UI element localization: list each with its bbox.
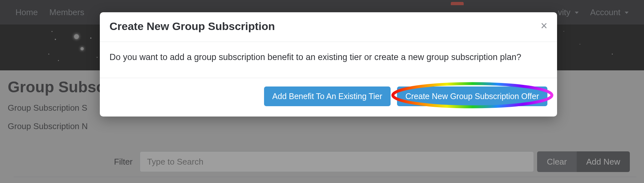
modal-body-text: Do you want to add a group subscription … — [109, 51, 547, 64]
modal-body: Do you want to add a group subscription … — [100, 42, 557, 78]
modal-header: Create New Group Subscription × — [100, 12, 557, 42]
close-button[interactable]: × — [541, 20, 547, 32]
modal-footer: Add Benefit To An Existing Tier Create N… — [100, 78, 557, 117]
close-icon: × — [541, 19, 547, 32]
create-subscription-modal: Create New Group Subscription × Do you w… — [100, 12, 557, 117]
add-benefit-existing-tier-button[interactable]: Add Benefit To An Existing Tier — [264, 86, 391, 106]
create-new-group-subscription-offer-button[interactable]: Create New Group Subscription Offer — [397, 86, 547, 106]
modal-title: Create New Group Subscription — [109, 20, 275, 33]
